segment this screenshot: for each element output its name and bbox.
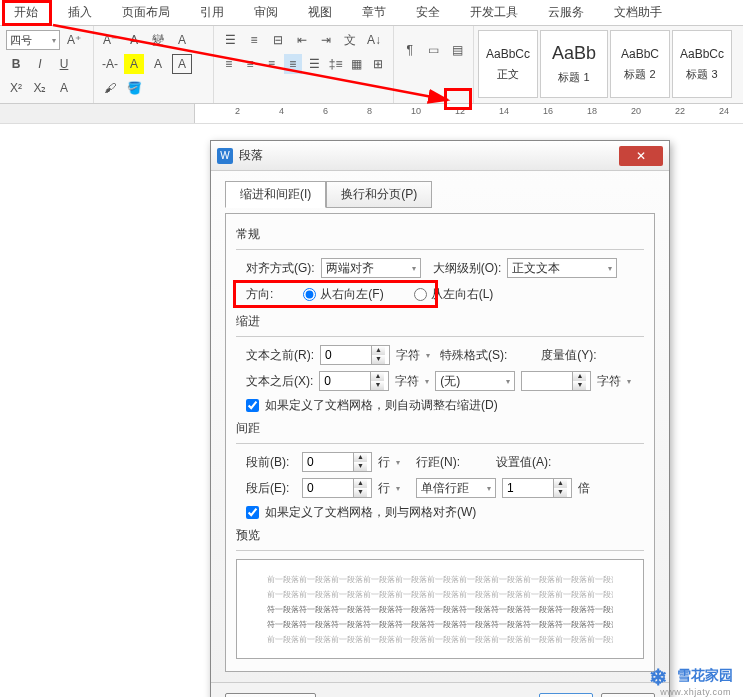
style-h1[interactable]: AaBb 标题 1	[540, 30, 608, 98]
style-h3[interactable]: AaBbCc 标题 3	[672, 30, 732, 98]
numbering-icon[interactable]: ≡	[244, 30, 264, 50]
spin-up-icon[interactable]: ▲	[372, 346, 385, 355]
para-marks-icon[interactable]: ¶	[400, 40, 420, 60]
dialog-title-text: 段落	[239, 147, 263, 164]
char-border-icon[interactable]: A	[172, 54, 192, 74]
radio-l2r-input[interactable]	[414, 288, 427, 301]
decrease-font-icon[interactable]: A⁻	[100, 30, 120, 50]
space-after-label: 段后(E):	[246, 480, 296, 497]
ins-break-icon[interactable]: ▤	[447, 40, 467, 60]
preview-box: 前一段落前一段落前一段落前一段落前一段落前一段落前一段落前一段落前一段落前一段落…	[236, 559, 644, 659]
indent-after-spin[interactable]: ▲▼	[319, 371, 389, 391]
menu-view[interactable]: 视图	[302, 2, 338, 23]
ruler-tick: 18	[587, 106, 597, 116]
sort-icon[interactable]: A↓	[364, 30, 384, 50]
menu-chapter[interactable]: 章节	[356, 2, 392, 23]
strike-icon[interactable]: A	[172, 30, 192, 50]
sup-icon[interactable]: X²	[6, 78, 26, 98]
align-select[interactable]: 两端对齐▾	[321, 258, 421, 278]
app-icon: W	[217, 148, 233, 164]
menu-reference[interactable]: 引用	[194, 2, 230, 23]
menu-start[interactable]: 开始	[8, 2, 44, 23]
style-body[interactable]: AaBbCc 正文	[478, 30, 538, 98]
bucket-icon[interactable]: 🪣	[124, 78, 144, 98]
pinyin-icon[interactable]: 變	[148, 30, 168, 50]
styles-gallery: AaBbCc 正文 AaBb 标题 1 AaBbC 标题 2 AaBbCc 标题…	[474, 26, 736, 103]
menu-cloud[interactable]: 云服务	[542, 2, 590, 23]
text-dir-icon[interactable]: 文	[340, 30, 360, 50]
font-size-select[interactable]: 四号▾	[6, 30, 60, 50]
font-a-icon[interactable]: A	[148, 54, 168, 74]
style-h2[interactable]: AaBbC 标题 2	[610, 30, 670, 98]
menu-dev-tools[interactable]: 开发工具	[464, 2, 524, 23]
inc-indent-icon[interactable]: ⇥	[316, 30, 336, 50]
setval-spin[interactable]: ▲▼	[502, 478, 572, 498]
dialog-titlebar[interactable]: W 段落 ✕	[211, 141, 669, 171]
grid-align-check[interactable]	[246, 506, 259, 519]
highlight-icon[interactable]: A	[124, 54, 144, 74]
auto-adjust-check[interactable]	[246, 399, 259, 412]
justify-icon[interactable]: ≡	[284, 54, 301, 74]
shading-icon[interactable]: 🖌	[100, 78, 120, 98]
space-before-spin[interactable]: ▲▼	[302, 452, 372, 472]
tab-indent-spacing[interactable]: 缩进和间距(I)	[225, 181, 326, 208]
ruler-tick: 22	[675, 106, 685, 116]
ins-obj-icon[interactable]: ▭	[424, 40, 444, 60]
ruler-tick: 10	[411, 106, 421, 116]
special-select[interactable]: (无)▾	[435, 371, 515, 391]
cancel-button[interactable]: 取消	[601, 693, 655, 697]
ruler-tick: 2	[235, 106, 240, 116]
tab-line-page-breaks[interactable]: 换行和分页(P)	[326, 181, 432, 208]
ruler-tick: 16	[543, 106, 553, 116]
line-spacing-icon[interactable]: ‡≡	[327, 54, 344, 74]
menu-doc-assist[interactable]: 文档助手	[608, 2, 668, 23]
watermark: 雪花家园	[649, 665, 733, 687]
bullets-icon[interactable]: ☰	[220, 30, 240, 50]
ok-button[interactable]: 确定	[539, 693, 593, 697]
radio-l2r[interactable]: 从左向右(L)	[414, 286, 494, 303]
special-label: 特殊格式(S):	[440, 347, 507, 364]
align-label: 对齐方式(G):	[246, 260, 315, 277]
toolbar: 四号▾ A⁺ B I U X² X₂ A A⁻ A̶ 變 A -A- A A A…	[0, 26, 743, 104]
menu-bar: 开始 插入 页面布局 引用 审阅 视图 章节 安全 开发工具 云服务 文档助手	[0, 0, 743, 26]
italic-icon[interactable]: I	[30, 54, 50, 74]
radio-r2l[interactable]: 从右向左(F)	[303, 286, 383, 303]
ruler-tick: 6	[323, 106, 328, 116]
sub-icon[interactable]: X₂	[30, 78, 50, 98]
menu-page-layout[interactable]: 页面布局	[116, 2, 176, 23]
strike2-icon[interactable]: -A-	[100, 54, 120, 74]
menu-security[interactable]: 安全	[410, 2, 446, 23]
increase-font-icon[interactable]: A⁺	[64, 30, 84, 50]
space-after-spin[interactable]: ▲▼	[302, 478, 372, 498]
shade-icon[interactable]: ▦	[348, 54, 365, 74]
font-color-icon[interactable]: A	[54, 78, 74, 98]
align-left-icon[interactable]: ≡	[220, 54, 237, 74]
ruler-tick: 14	[499, 106, 509, 116]
indent-after-label: 文本之后(X):	[246, 373, 313, 390]
outline-label: 大纲级别(O):	[433, 260, 502, 277]
multilevel-icon[interactable]: ⊟	[268, 30, 288, 50]
outline-select[interactable]: 正文文本▾	[507, 258, 617, 278]
border-icon[interactable]: ⊞	[370, 54, 387, 74]
line-space-label: 行距(N):	[416, 454, 460, 471]
bold-icon[interactable]: B	[6, 54, 26, 74]
line-space-select[interactable]: 单倍行距▾	[416, 478, 496, 498]
spin-down-icon[interactable]: ▼	[372, 355, 385, 364]
paragraph-dialog: W 段落 ✕ 缩进和间距(I) 换行和分页(P) 常规 对齐方式(G): 两端对…	[210, 140, 670, 697]
align-right-icon[interactable]: ≡	[263, 54, 280, 74]
snowflake-icon	[649, 665, 671, 687]
underline-icon[interactable]: U	[54, 54, 74, 74]
close-icon[interactable]: ✕	[619, 146, 663, 166]
h-ruler[interactable]: 24681012141618202224	[0, 104, 743, 124]
indent-before-spin[interactable]: ▲▼	[320, 345, 390, 365]
dec-indent-icon[interactable]: ⇤	[292, 30, 312, 50]
tabstops-button[interactable]: 制表位(T)...	[225, 693, 316, 697]
align-center-icon[interactable]: ≡	[241, 54, 258, 74]
radio-r2l-input[interactable]	[303, 288, 316, 301]
clear-format-icon[interactable]: A̶	[124, 30, 144, 50]
metric-spin[interactable]: ▲▼	[521, 371, 591, 391]
distribute-icon[interactable]: ☰	[306, 54, 323, 74]
menu-insert[interactable]: 插入	[62, 2, 98, 23]
menu-review[interactable]: 审阅	[248, 2, 284, 23]
space-before-label: 段前(B):	[246, 454, 296, 471]
